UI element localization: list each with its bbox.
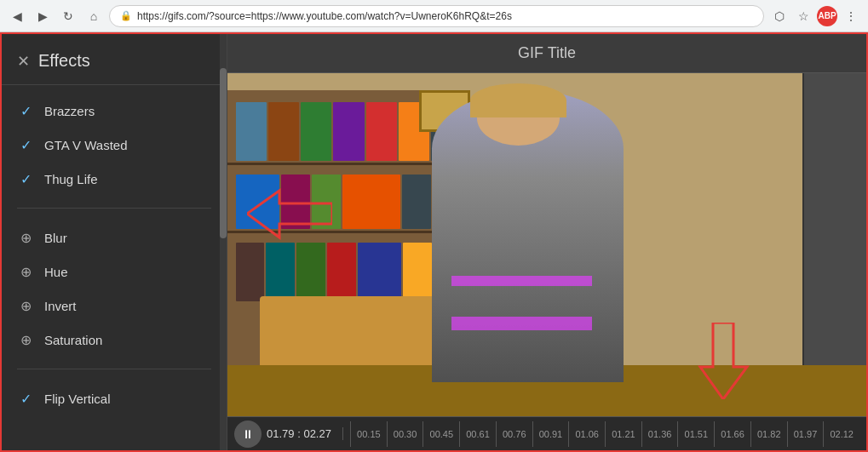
timeline-time: 01.79 : 02.27	[267, 427, 343, 440]
marker-6: 01.06	[568, 421, 605, 447]
sidebar-item-gta-v-wasted[interactable]: ✓ GTA V Wasted	[2, 128, 227, 162]
forward-button[interactable]: ▶	[32, 6, 53, 26]
scrollbar-thumb[interactable]	[220, 68, 227, 238]
sidebar-title: Effects	[38, 51, 90, 71]
book-4	[333, 102, 364, 161]
effects-icon: ✕	[17, 52, 30, 71]
timeline: ⏸ 01.79 : 02.27 00.15 00.30 00.45 00.61 …	[227, 416, 866, 450]
check-icon-gta: ✓	[17, 136, 34, 153]
marker-1: 00.30	[387, 421, 423, 447]
sidebar-divider-2	[17, 369, 211, 369]
check-icon-thug: ✓	[17, 170, 34, 187]
invert-label: Invert	[44, 299, 77, 313]
back-button[interactable]: ◀	[7, 6, 27, 26]
play-pause-button[interactable]: ⏸	[234, 421, 262, 448]
book-19	[403, 243, 432, 301]
book-16	[296, 243, 325, 301]
gif-preview	[227, 73, 866, 416]
saturation-label: Saturation	[44, 333, 102, 347]
sidebar-item-brazzers[interactable]: ✓ Brazzers	[2, 94, 227, 128]
home-button[interactable]: ⌂	[83, 6, 104, 26]
sidebar-divider-1	[17, 208, 211, 209]
toolbar-icons: ⬡ ☆ ABP ⋮	[769, 6, 861, 26]
menu-button[interactable]: ⋮	[841, 6, 861, 26]
book-11	[342, 175, 400, 230]
sidebar-item-thug-life[interactable]: ✓ Thug Life	[2, 162, 227, 196]
effects-checked-section: ✓ Brazzers ✓ GTA V Wasted ✓ Thug Life	[2, 85, 227, 204]
bookmark-button[interactable]: ☆	[793, 6, 813, 26]
blur-label: Blur	[44, 231, 67, 245]
plus-icon-hue: ⊕	[17, 263, 34, 280]
adblock-button[interactable]: ABP	[817, 6, 837, 26]
plus-icon-saturation: ⊕	[17, 331, 34, 348]
couch	[260, 296, 451, 365]
marker-11: 01.82	[750, 421, 787, 447]
scene-container	[227, 73, 866, 416]
sidebar-item-saturation[interactable]: ⊕ Saturation	[2, 323, 227, 357]
book-15	[266, 243, 295, 301]
brazzers-label: Brazzers	[44, 104, 95, 118]
sidebar-item-flip-vertical[interactable]: ✓ Flip Vertical	[2, 381, 227, 415]
person-hair	[470, 83, 566, 117]
cast-button[interactable]: ⬡	[769, 6, 790, 26]
marker-8: 01.36	[641, 421, 678, 447]
gif-title: GIF Title	[518, 44, 576, 61]
book-18	[358, 243, 401, 301]
sidebar-item-hue[interactable]: ⊕ Hue	[2, 255, 227, 289]
plus-icon-blur: ⊕	[17, 229, 34, 246]
effects-addable-section: ⊕ Blur ⊕ Hue ⊕ Invert ⊕ Saturation	[2, 212, 227, 365]
gta-label: GTA V Wasted	[44, 138, 128, 152]
down-arrow-svg	[696, 323, 751, 399]
sidebar-item-invert[interactable]: ⊕ Invert	[2, 289, 227, 323]
timeline-markers[interactable]: 00.15 00.30 00.45 00.61 00.76 00.91 01.0…	[350, 421, 859, 447]
cardigan-stripe-1	[451, 317, 592, 330]
marker-9: 01.51	[677, 421, 714, 447]
book-14	[236, 243, 265, 301]
arrow-left-container	[247, 186, 332, 242]
sidebar-item-blur[interactable]: ⊕ Blur	[2, 220, 227, 255]
hue-label: Hue	[44, 265, 68, 279]
refresh-button[interactable]: ↻	[58, 6, 78, 26]
sidebar-header: ✕ Effects	[2, 34, 227, 85]
book-5	[366, 102, 397, 161]
marker-5: 00.91	[532, 421, 569, 447]
marker-12: 01.97	[787, 421, 824, 447]
book-3	[301, 102, 331, 161]
marker-3: 00.61	[459, 421, 496, 447]
marker-0: 00.15	[350, 421, 387, 447]
effects-flip-section: ✓ Flip Vertical	[2, 373, 227, 424]
lock-icon: 🔒	[120, 10, 132, 21]
marker-13: 02.12	[823, 421, 859, 447]
total-time: 02.27	[303, 427, 331, 440]
shelf-row-3	[234, 241, 464, 303]
plus-icon-invert: ⊕	[17, 297, 34, 314]
browser-chrome: ◀ ▶ ↻ ⌂ 🔒 https://gifs.com/?source=https…	[0, 0, 868, 32]
gif-title-bar: GIF Title	[227, 34, 866, 73]
marker-7: 01.21	[605, 421, 641, 447]
book-12	[402, 175, 431, 230]
sidebar: ✕ Effects ✓ Brazzers ✓ GTA V Wasted ✓ Th…	[2, 34, 227, 450]
left-arrow-svg	[247, 186, 332, 242]
book-17	[327, 243, 356, 301]
svg-marker-1	[700, 323, 747, 399]
marker-2: 00.45	[423, 421, 459, 447]
cardigan-stripe-2	[451, 276, 592, 286]
book-2	[268, 102, 299, 161]
book-1	[236, 102, 267, 161]
svg-marker-0	[247, 191, 332, 237]
url-text: https://gifs.com/?source=https://www.you…	[137, 10, 753, 22]
preview-area: GIF Title	[227, 34, 866, 450]
current-time: 01.79	[267, 427, 295, 440]
arrow-down-container	[696, 323, 751, 399]
check-icon-flip: ✓	[17, 390, 34, 407]
marker-10: 01.66	[714, 421, 750, 447]
thug-label: Thug Life	[44, 172, 98, 186]
address-bar[interactable]: 🔒 https://gifs.com/?source=https://www.y…	[109, 5, 764, 27]
check-icon-brazzers: ✓	[17, 102, 34, 119]
main-content: ✕ Effects ✓ Brazzers ✓ GTA V Wasted ✓ Th…	[0, 32, 868, 452]
marker-4: 00.76	[496, 421, 532, 447]
sidebar-scrollbar[interactable]	[220, 34, 227, 450]
flip-label: Flip Vertical	[44, 392, 111, 406]
